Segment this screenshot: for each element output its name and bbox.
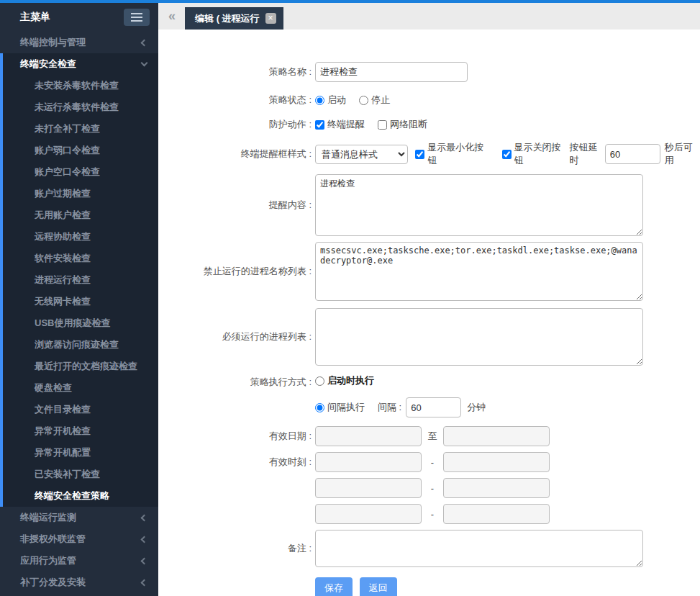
alert-content-textarea[interactable]: 进程检查 bbox=[315, 174, 643, 236]
alert-style-label: 终端提醒框样式 : bbox=[158, 148, 315, 161]
back-button[interactable]: 返回 bbox=[360, 577, 397, 596]
sidebar-item-terminal-monitor[interactable]: 终端运行监测 bbox=[0, 507, 158, 528]
chevron-left-icon bbox=[141, 514, 148, 521]
sidebar-item-security-check-policy[interactable]: 终端安全检查策略 bbox=[3, 485, 158, 507]
interval-unit-label: 分钟 bbox=[467, 401, 486, 414]
policy-status-label: 策略状态 : bbox=[158, 94, 315, 107]
time-separator: - bbox=[422, 509, 443, 520]
chevron-left-icon bbox=[141, 39, 148, 46]
date-separator: 至 bbox=[422, 430, 443, 443]
tab-close-icon[interactable]: × bbox=[265, 13, 276, 24]
sidebar-item-weak-password[interactable]: 账户弱口令检查 bbox=[3, 140, 158, 161]
sidebar-item-browser-trace[interactable]: 浏览器访问痕迹检查 bbox=[3, 334, 158, 356]
sidebar-item-installed-patch-check[interactable]: 已安装补丁检查 bbox=[3, 464, 158, 485]
policy-name-input[interactable] bbox=[315, 62, 468, 82]
sidebar-item-patch-distribution[interactable]: 补丁分发及安装 bbox=[0, 572, 158, 593]
valid-date-end-input[interactable] bbox=[443, 426, 550, 446]
valid-time-2-start-input[interactable] bbox=[315, 478, 422, 498]
sidebar-item-remote-assist[interactable]: 远程协助检查 bbox=[3, 226, 158, 248]
status-stop-radio[interactable]: 停止 bbox=[359, 94, 390, 107]
valid-time-3-start-input[interactable] bbox=[315, 504, 422, 524]
menu-toggle-button[interactable] bbox=[124, 9, 150, 26]
sidebar-item-unauthorized-outreach[interactable]: 非授权外联监管 bbox=[0, 528, 158, 550]
sidebar-item-patch-missing[interactable]: 未打全补丁检查 bbox=[3, 118, 158, 140]
save-button[interactable]: 保存 bbox=[315, 577, 353, 596]
chevron-down-icon bbox=[141, 60, 148, 67]
alert-content-label: 提醒内容 : bbox=[158, 199, 315, 212]
sidebar-item-usb-trace[interactable]: USB使用痕迹检查 bbox=[3, 312, 158, 334]
protect-action-label: 防护动作 : bbox=[158, 118, 315, 131]
valid-date-label: 有效日期 : bbox=[158, 430, 315, 443]
interval-input[interactable] bbox=[406, 397, 461, 417]
time-separator: - bbox=[422, 457, 443, 468]
sidebar-item-abnormal-boot-check[interactable]: 异常开机检查 bbox=[3, 420, 158, 442]
valid-time-1-start-input[interactable] bbox=[315, 452, 422, 472]
required-list-label: 必须运行的进程列表 : bbox=[158, 330, 315, 343]
sidebar-item-abnormal-boot-config[interactable]: 异常开机配置 bbox=[3, 442, 158, 464]
interval-label: 间隔 : bbox=[378, 401, 401, 414]
edit-form: 策略名称 : 策略状态 : 启动 停止 防护动作 : 终端提醒 bbox=[158, 30, 700, 596]
sidebar-item-empty-password[interactable]: 账户空口令检查 bbox=[3, 161, 158, 183]
sidebar-title: 主菜单 bbox=[20, 11, 50, 24]
delay-suffix-label: 秒后可用 bbox=[665, 141, 700, 167]
button-delay-label: 按钮延时 bbox=[570, 141, 605, 167]
sidebar-item-process-run[interactable]: 进程运行检查 bbox=[3, 269, 158, 291]
valid-time-3-end-input[interactable] bbox=[443, 504, 550, 524]
chevron-left-icon bbox=[141, 557, 148, 564]
sidebar-item-software-install[interactable]: 软件安装检查 bbox=[3, 248, 158, 269]
status-start-radio[interactable]: 启动 bbox=[315, 94, 346, 107]
tab-label: 编辑 ( 进程运行 bbox=[195, 12, 260, 25]
sidebar-section-security-check: 终端安全检查 未安装杀毒软件检查 未运行杀毒软件检查 未打全补丁检查 账户弱口令… bbox=[0, 53, 158, 507]
sidebar-item-security-check[interactable]: 终端安全检查 bbox=[3, 53, 158, 75]
time-separator: - bbox=[422, 483, 443, 494]
sidebar-item-recent-docs-trace[interactable]: 最近打开的文档痕迹检查 bbox=[3, 356, 158, 377]
collapse-sidebar-icon[interactable]: « bbox=[158, 9, 185, 24]
terminal-remind-checkbox[interactable]: 终端提醒 bbox=[315, 118, 365, 131]
remark-label: 备注 : bbox=[158, 542, 315, 555]
valid-time-label: 有效时刻 : bbox=[158, 452, 315, 472]
sidebar-item-antivirus-not-installed[interactable]: 未安装杀毒软件检查 bbox=[3, 75, 158, 96]
policy-name-label: 策略名称 : bbox=[158, 66, 315, 78]
sidebar-item-terminal-control[interactable]: 终端控制与管理 bbox=[0, 32, 158, 53]
show-minimize-checkbox[interactable]: 显示最小化按钮 bbox=[415, 141, 488, 167]
exec-mode-label: 策略执行方式 : bbox=[158, 374, 315, 389]
forbidden-list-label: 禁止运行的进程名称列表 : bbox=[158, 265, 315, 278]
sidebar-item-unused-account[interactable]: 无用账户检查 bbox=[3, 204, 158, 226]
sidebar-item-wireless-card[interactable]: 无线网卡检查 bbox=[3, 291, 158, 312]
sidebar-item-antivirus-not-running[interactable]: 未运行杀毒软件检查 bbox=[3, 96, 158, 118]
valid-date-start-input[interactable] bbox=[315, 426, 422, 446]
button-delay-input[interactable] bbox=[605, 144, 660, 164]
tab-bar: « 编辑 ( 进程运行 × bbox=[158, 3, 700, 30]
network-block-checkbox[interactable]: 网络阻断 bbox=[378, 118, 427, 131]
sidebar-item-account-expired[interactable]: 账户过期检查 bbox=[3, 183, 158, 204]
alert-style-select[interactable]: 普通消息样式 bbox=[315, 145, 408, 164]
valid-time-2-end-input[interactable] bbox=[443, 478, 550, 498]
chevron-left-icon bbox=[141, 579, 148, 586]
forbidden-process-textarea[interactable]: mssecsvc.exe;tasksche.exe;tor.exe;taskdl… bbox=[315, 242, 643, 301]
valid-time-1-end-input[interactable] bbox=[443, 452, 550, 472]
form-actions: 保存 返回 bbox=[315, 577, 700, 596]
main-panel: « 编辑 ( 进程运行 × 策略名称 : 策略状态 : 启动 停止 bbox=[158, 3, 700, 596]
sidebar-header: 主菜单 bbox=[0, 3, 158, 32]
chevron-left-icon bbox=[141, 536, 148, 543]
tab-edit-process-run[interactable]: 编辑 ( 进程运行 × bbox=[185, 7, 283, 30]
sidebar-item-file-dir-check[interactable]: 文件目录检查 bbox=[3, 399, 158, 420]
hamburger-icon bbox=[131, 13, 142, 14]
exec-on-start-radio[interactable]: 启动时执行 bbox=[315, 374, 374, 387]
sidebar-item-app-behavior[interactable]: 应用行为监管 bbox=[0, 550, 158, 572]
remark-textarea[interactable] bbox=[315, 530, 643, 567]
sidebar: 主菜单 终端控制与管理 终端安全检查 未安装杀毒软件检查 未运行杀毒软件检查 未… bbox=[0, 3, 158, 596]
show-close-checkbox[interactable]: 显示关闭按钮 bbox=[502, 141, 567, 167]
exec-interval-radio[interactable]: 间隔执行 bbox=[315, 401, 365, 414]
required-process-textarea[interactable] bbox=[315, 308, 643, 366]
sidebar-item-disk-check[interactable]: 硬盘检查 bbox=[3, 377, 158, 399]
